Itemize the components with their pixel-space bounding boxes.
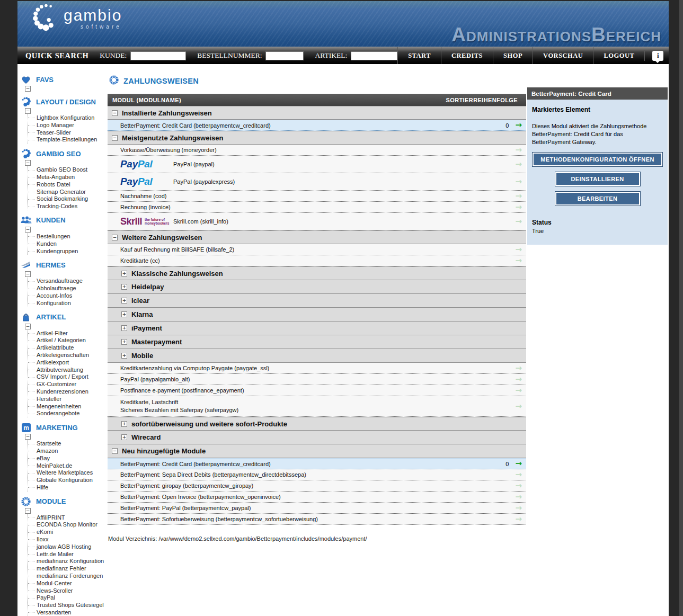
payment-subgroup-header-ipayment[interactable]: + iPayment — [108, 322, 526, 335]
payment-module-row[interactable]: BetterPayment: Open Invoice (betterpayme… — [108, 492, 526, 503]
sidebar-item-robots-datei[interactable]: Robots Datei — [28, 181, 108, 189]
payment-subgroup-header-masterpayment[interactable]: + Masterpayment — [108, 335, 526, 349]
sort-arrow-icon[interactable]: → — [515, 482, 522, 490]
sort-arrow-icon[interactable]: → — [515, 257, 522, 265]
collapse-icon[interactable]: − — [112, 135, 118, 141]
sidebar-item-attributverwaltung[interactable]: Attributverwaltung — [28, 367, 108, 374]
sidebar-item-mengeneinheiten[interactable]: Mengeneinheiten — [28, 403, 108, 410]
sidebar-section-module[interactable]: MODULE — [20, 496, 108, 507]
sidebar-item-logo-manager[interactable]: Logo Manager — [28, 122, 108, 129]
sidebar-item-template-einstellungen[interactable]: Template-Einstellungen — [28, 136, 108, 144]
payment-module-row[interactable]: Kreditkartenzahlung via Computop Paygate… — [108, 363, 526, 374]
payment-subgroup-header-heidelpay[interactable]: + Heidelpay — [108, 280, 526, 294]
payment-subgroup-header-iclear[interactable]: + iclear — [108, 294, 526, 308]
sidebar-section-artikel[interactable]: ARTIKEL — [20, 312, 108, 323]
sidebar-item-modul-center[interactable]: Modul-Center — [28, 580, 108, 587]
payment-module-row[interactable]: Kauf auf Rechnung mit BillSAFE (billsafe… — [108, 244, 526, 255]
sort-arrow-icon[interactable]: → — [515, 121, 522, 129]
sidebar-item-kundengruppen[interactable]: Kundengruppen — [28, 248, 108, 255]
payment-module-row[interactable]: Kreditkarte, LastschriftSicheres Bezahle… — [108, 396, 526, 417]
collapse-icon[interactable]: − — [25, 508, 31, 514]
sidebar-item-kundenrezensionen[interactable]: Kundenrezensionen — [28, 388, 108, 396]
sidebar-item-affiliprint[interactable]: AffiliPRINT — [28, 514, 108, 522]
sort-arrow-icon[interactable]: → — [515, 387, 522, 395]
payment-module-row[interactable]: PayPal (paypalgambio_alt)→ — [108, 374, 526, 385]
artikel-input[interactable] — [351, 51, 397, 60]
payment-module-row[interactable]: Nachnahme (cod)→ — [108, 191, 526, 202]
sidebar-item-econda-shop-monitor[interactable]: ECONDA Shop Monitor — [28, 521, 108, 529]
payment-module-row[interactable]: BetterPayment: Sepa Direct Debits (bette… — [108, 469, 526, 480]
payment-subgroup-header-mobile[interactable]: + Mobile — [108, 349, 526, 363]
collapse-icon[interactable]: − — [112, 448, 118, 454]
sidebar-item-mediafinanz-forderungen[interactable]: mediafinanz Forderungen — [28, 573, 108, 580]
sidebar-item-konfiguration[interactable]: Konfiguration — [28, 300, 108, 307]
sidebar-section-favs[interactable]: FAVS — [20, 74, 108, 85]
collapse-icon[interactable]: − — [25, 324, 31, 329]
sort-arrow-icon[interactable]: → — [515, 504, 522, 512]
sidebar-section-gambio-seo[interactable]: GAMBIO SEO — [20, 148, 108, 159]
open-method-config-button[interactable]: METHODENKONFIGURATION ÖFFNEN — [532, 152, 663, 167]
sort-arrow-icon[interactable]: → — [515, 364, 522, 372]
sidebar-item-versandauftraege[interactable]: Versandauftraege — [28, 278, 108, 285]
sidebar-item-startseite[interactable]: Startseite — [28, 440, 108, 448]
sidebar-item-artikel-filter[interactable]: Artikel-Filter — [28, 330, 108, 337]
sidebar-item-artikelexport[interactable]: Artikelexport — [28, 359, 108, 367]
sort-arrow-icon[interactable]: → — [515, 192, 522, 200]
sort-arrow-icon[interactable]: → — [515, 218, 522, 226]
collapse-icon[interactable]: − — [112, 110, 118, 116]
sidebar-item-gambio-seo-boost[interactable]: Gambio SEO Boost — [28, 166, 108, 174]
sort-arrow-icon[interactable]: → — [515, 460, 522, 468]
payment-subgroup-header-sofortüberweisung-und-weitere-sofort-produkte[interactable]: + sofortüberweisung und weitere sofort-P… — [108, 417, 526, 431]
sidebar-item-artikelattribute[interactable]: Artikelattribute — [28, 344, 108, 352]
sidebar-section-marketing[interactable]: m MARKETING — [20, 422, 108, 433]
payment-subgroup-header-klassische-zahlungsweisen[interactable]: + Klassische Zahlungsweisen — [108, 266, 526, 280]
payment-module-row[interactable]: Vorkasse/Überweisung (moneyorder)→ — [108, 145, 526, 156]
sidebar-item-lightbox-konfiguration[interactable]: Lightbox Konfiguration — [28, 114, 108, 122]
nav-start[interactable]: START — [397, 47, 441, 64]
bestellnummer-input[interactable] — [265, 51, 304, 60]
sidebar-item-gx-customizer[interactable]: GX-Customizer — [28, 381, 108, 388]
sidebar-item-artikel-kategorien[interactable]: Artikel / Kategorien — [28, 337, 108, 344]
sort-arrow-icon[interactable]: → — [515, 471, 522, 479]
nav-logout[interactable]: LOGOUT — [593, 47, 644, 64]
nav-vorschau[interactable]: VORSCHAU — [533, 47, 593, 64]
payment-module-row[interactable]: BetterPayment: Sofortueberweisung (bette… — [108, 514, 526, 525]
sort-arrow-icon[interactable]: → — [515, 376, 522, 383]
sidebar-item-hilfe[interactable]: Hilfe — [28, 484, 108, 492]
sidebar-item-account-infos[interactable]: Account-Infos — [28, 292, 108, 300]
info-icon[interactable]: i — [652, 51, 663, 61]
sidebar-item-lettr-de-mailer[interactable]: Lettr.de Mailer — [28, 551, 108, 558]
sidebar-item-mediafinanz-konfiguration[interactable]: mediafinanz Konfiguration — [28, 558, 108, 565]
sidebar-item-iloxx[interactable]: Iloxx — [28, 536, 108, 543]
payment-subgroup-header-wirecard[interactable]: + Wirecard — [108, 431, 526, 444]
nav-credits[interactable]: CREDITS — [441, 47, 493, 64]
expand-icon[interactable]: + — [121, 339, 127, 345]
sidebar-item-ekomi[interactable]: eKomi — [28, 529, 108, 536]
payment-group-header-weitere-zahlungsweisen[interactable]: − Weitere Zahlungsweisen — [108, 230, 526, 244]
sort-arrow-icon[interactable]: → — [515, 203, 522, 211]
kunde-input[interactable] — [130, 51, 186, 60]
nav-shop[interactable]: SHOP — [493, 47, 533, 64]
expand-icon[interactable]: + — [121, 271, 127, 276]
payment-module-row[interactable]: BetterPayment: Credit Card (betterpaymen… — [108, 458, 526, 469]
sidebar-item-amazon[interactable]: Amazon — [28, 448, 108, 455]
expand-icon[interactable]: + — [121, 434, 127, 440]
sort-arrow-icon[interactable]: → — [515, 146, 522, 154]
sidebar-item-weitere-marketplaces[interactable]: Weitere Marketplaces — [28, 469, 108, 477]
payment-module-row[interactable]: PayPalPayPal (paypal)→ — [108, 156, 526, 173]
sidebar-item-kunden[interactable]: Kunden — [28, 240, 108, 248]
edit-button[interactable]: BEARBEITEN — [555, 191, 641, 206]
sort-arrow-icon[interactable]: → — [515, 493, 522, 501]
sidebar-item-teaser-slider[interactable]: Teaser-Slider — [28, 129, 108, 137]
sort-arrow-icon[interactable]: → — [515, 178, 522, 186]
sidebar-item-paypal[interactable]: PayPal — [28, 594, 108, 602]
uninstall-button[interactable]: DEINSTALLIEREN — [555, 172, 641, 186]
sort-arrow-icon[interactable]: → — [515, 403, 522, 410]
payment-module-row[interactable]: BetterPayment: PayPal (betterpaymentcw_p… — [108, 503, 526, 514]
sidebar-item-sitemap-generator[interactable]: Sitemap Generator — [28, 189, 108, 196]
sidebar-item-meta-angaben[interactable]: Meta-Angaben — [28, 174, 108, 181]
expand-icon[interactable]: + — [121, 353, 127, 359]
collapse-icon[interactable]: − — [25, 434, 31, 440]
sidebar-item-ebay[interactable]: eBay — [28, 455, 108, 462]
expand-icon[interactable]: + — [121, 284, 127, 290]
